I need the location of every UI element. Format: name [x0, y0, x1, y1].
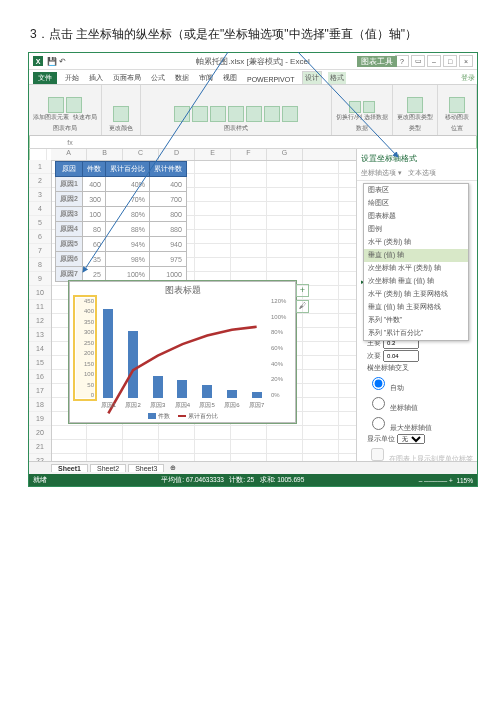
- row-header[interactable]: 16: [29, 370, 51, 384]
- table-header-cell[interactable]: 原因: [56, 162, 83, 177]
- zoom-out-button[interactable]: –: [419, 477, 423, 484]
- tab-powerpivot[interactable]: POWERPIVOT: [245, 75, 296, 84]
- tab-page-layout[interactable]: 页面布局: [111, 72, 143, 84]
- menu-h-major-gridlines[interactable]: 水平 (类别) 轴 主要网格线: [364, 288, 468, 301]
- row-header[interactable]: 19: [29, 412, 51, 426]
- sheet-tab-1[interactable]: Sheet1: [51, 464, 88, 472]
- row-header[interactable]: 5: [29, 216, 51, 230]
- menu-horizontal-axis[interactable]: 水平 (类别) 轴: [364, 236, 468, 249]
- row-header[interactable]: 8: [29, 258, 51, 272]
- table-row[interactable]: 原因725100%1000: [56, 267, 187, 282]
- chart-style-thumb[interactable]: [210, 106, 226, 122]
- menu-v-major-gridlines[interactable]: 垂直 (值) 轴 主要网格线: [364, 301, 468, 314]
- fx-icon[interactable]: fx: [62, 139, 78, 146]
- row-header[interactable]: 7: [29, 244, 51, 258]
- table-row[interactable]: 原因48088%880: [56, 222, 187, 237]
- change-chart-type-button[interactable]: [407, 97, 423, 113]
- display-unit-select[interactable]: 无: [397, 434, 425, 444]
- chart-styles-button[interactable]: 🖌: [296, 300, 309, 313]
- ribbon-toggle-button[interactable]: ▭: [411, 55, 425, 67]
- row-header[interactable]: 17: [29, 384, 51, 398]
- text-options-tab[interactable]: 文本选项: [408, 169, 436, 176]
- row-header[interactable]: 20: [29, 426, 51, 440]
- row-header[interactable]: 1: [29, 160, 51, 174]
- qat-undo-icon[interactable]: ↶: [59, 57, 66, 66]
- menu-sec-horizontal-axis[interactable]: 次坐标轴 水平 (类别) 轴: [364, 262, 468, 275]
- tab-formulas[interactable]: 公式: [149, 72, 167, 84]
- tab-data[interactable]: 数据: [173, 72, 191, 84]
- axis-options-tab[interactable]: 坐标轴选项: [361, 169, 396, 176]
- table-row[interactable]: 原因310080%800: [56, 207, 187, 222]
- row-header[interactable]: 11: [29, 300, 51, 314]
- category-axis[interactable]: 原因1原因2原因3原因4原因5原因6原因7: [96, 401, 269, 410]
- chart-style-thumb[interactable]: [264, 106, 280, 122]
- cross-max-radio[interactable]: [372, 417, 385, 430]
- col-header-D[interactable]: D: [159, 149, 195, 160]
- row-header[interactable]: 9: [29, 272, 51, 286]
- menu-plot-area[interactable]: 绘图区: [364, 197, 468, 210]
- table-header-cell[interactable]: 累计件数: [149, 162, 186, 177]
- cross-value-radio[interactable]: [372, 397, 385, 410]
- col-header-C[interactable]: C: [123, 149, 159, 160]
- table-header-cell[interactable]: 件数: [82, 162, 105, 177]
- qat-save-icon[interactable]: 💾: [47, 57, 57, 66]
- column-headers[interactable]: ABCDEFG: [51, 149, 357, 161]
- row-header[interactable]: 4: [29, 202, 51, 216]
- primary-value-axis[interactable]: 450400350300250200150100500: [76, 298, 94, 398]
- menu-sec-vertical-axis[interactable]: 次坐标轴 垂直 (值) 轴: [364, 275, 468, 288]
- tab-file[interactable]: 文件: [33, 72, 57, 84]
- select-data-button[interactable]: [363, 101, 375, 113]
- chart-legend[interactable]: 件数 累计百分比: [70, 410, 295, 422]
- chart-style-thumb[interactable]: [282, 106, 298, 122]
- add-chart-element-button[interactable]: [48, 97, 64, 113]
- tab-chart-format[interactable]: 格式: [328, 72, 346, 84]
- line-series[interactable]: [96, 298, 269, 469]
- minimize-button[interactable]: –: [427, 55, 441, 67]
- col-header-B[interactable]: B: [87, 149, 123, 160]
- legend-entry-line[interactable]: 累计百分比: [178, 412, 218, 421]
- table-row[interactable]: 原因230070%700: [56, 192, 187, 207]
- col-header-E[interactable]: E: [195, 149, 231, 160]
- zoom-level[interactable]: 115%: [456, 477, 473, 484]
- legend-entry-bar[interactable]: 件数: [148, 412, 170, 421]
- help-button[interactable]: ?: [395, 55, 409, 67]
- cell-grid[interactable]: ABCDEFG 12345678910111213141516171819202…: [29, 149, 357, 469]
- new-sheet-button[interactable]: ⊕: [166, 464, 180, 472]
- unit-minor-input[interactable]: [383, 350, 419, 362]
- row-header[interactable]: 21: [29, 440, 51, 454]
- signin-link[interactable]: 登录: [459, 72, 477, 84]
- sheet-tab-2[interactable]: Sheet2: [90, 464, 126, 472]
- plot-area[interactable]: 450400350300250200150100500 120%100%80%6…: [96, 298, 269, 398]
- row-header[interactable]: 14: [29, 342, 51, 356]
- sheet-tab-3[interactable]: Sheet3: [128, 464, 164, 472]
- row-header[interactable]: 10: [29, 286, 51, 300]
- menu-series-line[interactable]: 系列 "累计百分比": [364, 327, 468, 340]
- change-colors-button[interactable]: [113, 106, 129, 122]
- row-header[interactable]: 3: [29, 188, 51, 202]
- tab-chart-design[interactable]: 设计: [302, 71, 322, 84]
- col-header-F[interactable]: F: [231, 149, 267, 160]
- menu-chart-title[interactable]: 图表标题: [364, 210, 468, 223]
- row-header[interactable]: 13: [29, 328, 51, 342]
- chart-style-thumb[interactable]: [246, 106, 262, 122]
- tab-insert[interactable]: 插入: [87, 72, 105, 84]
- secondary-value-axis[interactable]: 120%100%80%60%40%20%0%: [271, 298, 293, 398]
- row-header[interactable]: 2: [29, 174, 51, 188]
- row-header[interactable]: 12: [29, 314, 51, 328]
- menu-series-bar[interactable]: 系列 "件数": [364, 314, 468, 327]
- col-header-A[interactable]: A: [51, 149, 87, 160]
- menu-legend[interactable]: 图例: [364, 223, 468, 236]
- row-header[interactable]: 18: [29, 398, 51, 412]
- col-header-G[interactable]: G: [267, 149, 303, 160]
- chart-elements-button[interactable]: +: [296, 284, 309, 297]
- chart-style-thumb[interactable]: [228, 106, 244, 122]
- table-row[interactable]: 原因140040%400: [56, 177, 187, 192]
- table-header-cell[interactable]: 累计百分比: [105, 162, 149, 177]
- zoom-in-button[interactable]: +: [449, 477, 453, 484]
- row-header[interactable]: 6: [29, 230, 51, 244]
- table-row[interactable]: 原因63598%975: [56, 252, 187, 267]
- row-header[interactable]: 15: [29, 356, 51, 370]
- embedded-chart[interactable]: 图表标题 + 🖌 450400350300250200150100500 120…: [69, 281, 296, 423]
- pareto-data-table[interactable]: 原因件数累计百分比累计件数原因140040%400原因230070%700原因3…: [55, 161, 187, 282]
- tab-home[interactable]: 开始: [63, 72, 81, 84]
